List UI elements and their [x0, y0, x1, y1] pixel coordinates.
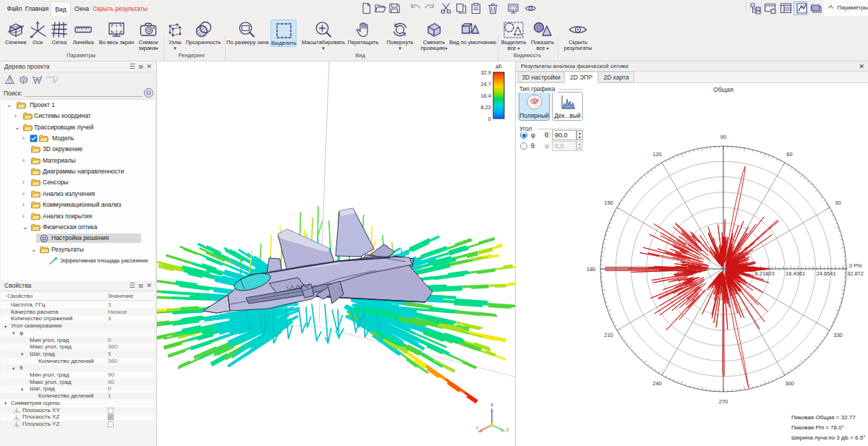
svg-text:24.6541: 24.6541 — [817, 270, 836, 277]
svg-text:0: 0 — [488, 116, 491, 122]
svg-text:y: y — [506, 426, 509, 432]
svg-text:330: 330 — [833, 332, 843, 338]
svg-text:16.4361: 16.4361 — [786, 270, 805, 277]
svg-text:Общая: Общая — [713, 86, 733, 93]
svg-text:z: z — [491, 402, 494, 407]
svg-text:8.22: 8.22 — [480, 104, 491, 111]
svg-text:32.9: 32.9 — [480, 69, 491, 76]
svg-text:120: 120 — [652, 151, 662, 158]
svg-text:240: 240 — [652, 380, 662, 387]
svg-text:90: 90 — [720, 134, 726, 140]
svg-text:300: 300 — [785, 380, 794, 387]
svg-text:8.21803: 8.21803 — [755, 270, 775, 277]
svg-text:дБ: дБ — [495, 64, 502, 69]
svg-text:30: 30 — [835, 200, 841, 206]
svg-text:24.7: 24.7 — [480, 81, 491, 87]
svg-text:150: 150 — [604, 200, 613, 206]
svg-text:270: 270 — [719, 398, 728, 405]
svg-text:0 Phi: 0 Phi — [849, 262, 861, 269]
svg-text:x: x — [476, 425, 479, 430]
svg-text:16.4: 16.4 — [480, 93, 491, 99]
svg-text:180: 180 — [587, 266, 596, 273]
svg-text:210: 210 — [604, 332, 613, 338]
svg-text:60: 60 — [786, 151, 792, 158]
svg-text:32.872: 32.872 — [847, 270, 864, 277]
